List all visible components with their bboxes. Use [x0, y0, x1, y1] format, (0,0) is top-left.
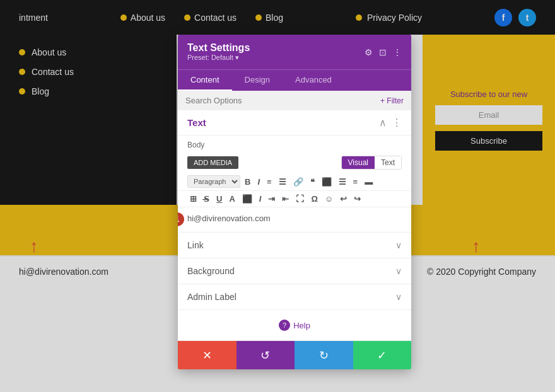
link-label: Link	[187, 240, 204, 250]
align-justify-button[interactable]: ▬	[362, 176, 375, 188]
panel-title: Text Settings	[187, 42, 250, 54]
link-button[interactable]: 🔗	[291, 176, 306, 188]
redo-editor-button[interactable]: ↪	[351, 193, 363, 205]
more-icon[interactable]: ⋮	[393, 47, 402, 57]
panel-header: Text Settings Preset: Default ▾ ⚙ ⊡ ⋮	[178, 35, 411, 69]
tab-advanced[interactable]: Advanced	[283, 70, 344, 91]
align-right-button[interactable]: ≡	[351, 176, 361, 188]
section-title: Text	[187, 117, 206, 128]
undo-button[interactable]: ↺	[237, 341, 295, 369]
panel-header-icons: ⚙ ⊡ ⋮	[365, 47, 402, 57]
bold-button[interactable]: B	[242, 176, 253, 188]
badge-number: 1	[178, 212, 184, 226]
blockquote-button[interactable]: ❝	[308, 176, 317, 188]
help-label: Help	[293, 321, 310, 330]
search-input[interactable]	[185, 96, 312, 105]
add-media-button[interactable]: ADD MEDIA	[187, 156, 238, 169]
tab-content[interactable]: Content	[178, 70, 232, 91]
color-button[interactable]: A	[226, 193, 237, 205]
text-editor-area[interactable]: 1 hi@divirenovation.com	[178, 207, 411, 233]
collapse-icon[interactable]: ∧	[379, 117, 387, 129]
visual-button[interactable]: Visual	[342, 156, 375, 169]
panel-title-block: Text Settings Preset: Default ▾	[187, 42, 250, 62]
panel-preset[interactable]: Preset: Default ▾	[187, 54, 250, 62]
italic2-button[interactable]: I	[257, 193, 264, 205]
paragraph-select[interactable]: Paragraph	[187, 175, 240, 188]
text-section-header: Text ∧ ⋮	[178, 110, 411, 135]
panel-search-bar: + Filter	[178, 91, 411, 110]
fullscreen-button[interactable]: ⛶	[293, 193, 307, 205]
text-button[interactable]: Text	[375, 156, 401, 169]
help-link[interactable]: ? Help	[187, 320, 402, 331]
emoji-button[interactable]: ☺	[322, 193, 336, 205]
background-section[interactable]: Background ∨	[178, 258, 411, 284]
admin-label: Admin Label	[187, 292, 237, 302]
unordered-list-button[interactable]: ≡	[264, 176, 274, 188]
help-icon: ?	[279, 320, 290, 331]
text-settings-panel: Text Settings Preset: Default ▾ ⚙ ⊡ ⋮ Co…	[178, 35, 411, 369]
panel-tabs: Content Design Advanced	[178, 69, 411, 91]
underline-button[interactable]: U	[214, 193, 225, 205]
format-toolbar-row1: Paragraph B I ≡ ☰ 🔗 ❝ ⬛ ☰ ≡ ▬	[178, 173, 411, 191]
section-more-icon[interactable]: ⋮	[392, 117, 402, 129]
expand-icon[interactable]: ⊡	[379, 47, 387, 57]
admin-chevron-icon: ∨	[395, 292, 402, 302]
visual-text-toggle: Visual Text	[341, 156, 402, 170]
save-button[interactable]: ✓	[353, 341, 412, 369]
editor-content[interactable]: hi@divirenovation.com	[187, 214, 402, 223]
editor-toolbar: ADD MEDIA Visual Text	[178, 153, 411, 173]
align-center-button[interactable]: ☰	[336, 176, 349, 188]
cancel-button[interactable]: ✕	[178, 341, 237, 369]
ordered-list-button[interactable]: ☰	[276, 176, 289, 188]
tab-design[interactable]: Design	[232, 70, 283, 91]
italic-button[interactable]: I	[255, 176, 262, 188]
redo-button[interactable]: ↻	[295, 341, 353, 369]
format-toolbar-row2: ⊞ S̶ U A ⬛ I ⇥ ⇤ ⛶ Ω ☺ ↩ ↪	[178, 191, 411, 207]
link-chevron-icon: ∨	[395, 240, 402, 250]
outdent-button[interactable]: ⇤	[279, 193, 291, 205]
admin-label-section[interactable]: Admin Label ∨	[178, 284, 411, 310]
undo-editor-button[interactable]: ↩	[337, 193, 349, 205]
settings-icon[interactable]: ⚙	[365, 47, 373, 57]
table-button[interactable]: ⊞	[187, 193, 199, 205]
background-chevron-icon: ∨	[395, 266, 402, 276]
help-section: ? Help	[178, 310, 411, 341]
section-actions: ∧ ⋮	[379, 117, 402, 129]
link-section[interactable]: Link ∨	[178, 233, 411, 258]
align-left-button[interactable]: ⬛	[319, 176, 334, 188]
indent-button[interactable]: ⇥	[266, 193, 278, 205]
special-char-button[interactable]: Ω	[308, 193, 320, 205]
highlight-button[interactable]: ⬛	[240, 193, 255, 205]
filter-button[interactable]: + Filter	[380, 96, 404, 105]
body-label: Body	[178, 135, 411, 153]
panel-footer: ✕ ↺ ↻ ✓	[178, 341, 411, 369]
background-label: Background	[187, 266, 235, 276]
strikethrough-button[interactable]: S̶	[201, 193, 212, 205]
panel-body: Text ∧ ⋮ Body ADD MEDIA Visual Text Para…	[178, 110, 411, 341]
